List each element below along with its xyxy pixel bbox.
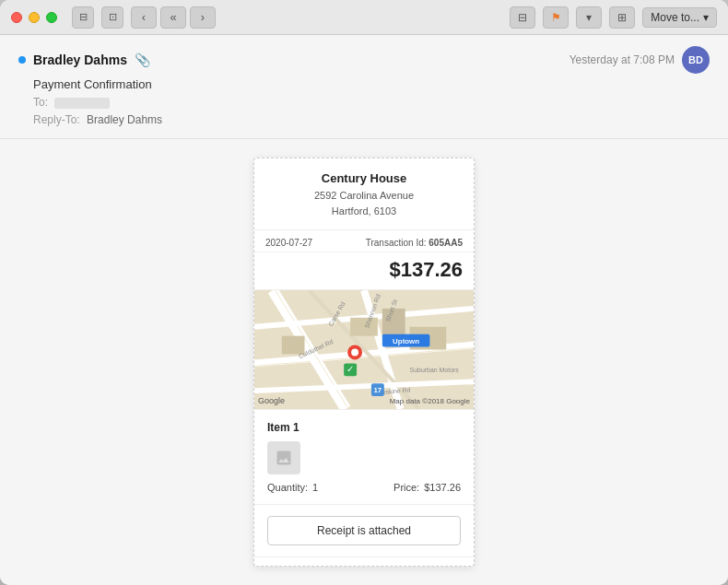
mail-window: ⊟ ⊡ ‹ « › ⊟ ⚑ ▾ ⊞ Move to... ▾ Bradley D… bbox=[0, 0, 728, 585]
business-address-line1: 2592 Carolina Avenue bbox=[269, 188, 459, 204]
receipt-attached-button[interactable]: Receipt is attached bbox=[267, 516, 461, 545]
receipt-map: Uptown ✓ Culduthel Rd Boleskine Rd Subur… bbox=[254, 290, 474, 410]
transaction-label: Transaction Id: bbox=[366, 238, 427, 248]
timestamp: Yesterday at 7:08 PM bbox=[569, 53, 675, 66]
receipt-header: Century House 2592 Carolina Avenue Hartf… bbox=[254, 158, 474, 230]
email-subject: Payment Confirmation bbox=[33, 77, 710, 91]
attachment-icon: 📎 bbox=[135, 53, 150, 67]
titlebar-nav: ‹ « › bbox=[131, 6, 216, 29]
folder-button[interactable]: ⊡ bbox=[101, 6, 123, 29]
receipt-item: Item 1 Quantity: 1 Price: $137.26 bbox=[254, 410, 474, 505]
price-label: Price: bbox=[393, 482, 419, 493]
close-button[interactable] bbox=[11, 12, 22, 23]
quantity-label: Quantity: bbox=[267, 482, 308, 493]
svg-point-16 bbox=[351, 349, 358, 357]
receipt-totals: SubTotal $137.26 Total $137.26 bbox=[254, 557, 474, 567]
titlebar: ⊟ ⊡ ‹ « › ⊟ ⚑ ▾ ⊞ Move to... ▾ bbox=[0, 0, 728, 35]
google-watermark: Google bbox=[258, 396, 285, 405]
transaction-id: 605AA5 bbox=[429, 238, 463, 248]
to-value bbox=[54, 98, 110, 109]
compose-button[interactable]: ⊞ bbox=[609, 6, 635, 29]
quantity-value: 1 bbox=[312, 482, 318, 493]
avatar: BD bbox=[682, 46, 710, 74]
svg-text:17: 17 bbox=[373, 386, 382, 394]
minimize-button[interactable] bbox=[29, 12, 40, 23]
replyto-value: Bradley Dahms bbox=[87, 113, 162, 126]
move-to-button[interactable]: Move to... ▾ bbox=[642, 7, 717, 28]
chevron-down-icon: ▾ bbox=[703, 11, 709, 24]
item-label: Item 1 bbox=[267, 421, 461, 434]
map-svg: Uptown ✓ Culduthel Rd Boleskine Rd Subur… bbox=[254, 290, 474, 409]
to-label: To: bbox=[33, 96, 48, 109]
image-icon bbox=[275, 449, 293, 467]
svg-text:Uptown: Uptown bbox=[393, 337, 419, 345]
svg-text:✓: ✓ bbox=[346, 365, 354, 375]
receipt-attached-section: Receipt is attached bbox=[254, 505, 474, 557]
email-to-row: To: bbox=[33, 94, 710, 111]
price-value: $137.26 bbox=[424, 482, 461, 493]
double-back-button[interactable]: « bbox=[160, 6, 186, 29]
flag-button[interactable]: ⚑ bbox=[543, 6, 569, 29]
map-data-text: Map data ©2018 Google bbox=[390, 397, 470, 405]
forward-button[interactable]: › bbox=[190, 6, 216, 29]
email-header: Bradley Dahms 📎 Yesterday at 7:08 PM BD … bbox=[0, 35, 728, 139]
price-label-value: Price: $137.26 bbox=[393, 482, 461, 493]
sender-row: Bradley Dahms 📎 Yesterday at 7:08 PM BD bbox=[18, 46, 710, 74]
item-image-placeholder bbox=[267, 441, 300, 474]
receipt-amount: $137.26 bbox=[254, 252, 474, 290]
back-button[interactable]: ‹ bbox=[131, 6, 157, 29]
business-name: Century House bbox=[269, 171, 459, 185]
item-details: Quantity: 1 Price: $137.26 bbox=[267, 482, 461, 493]
unread-dot bbox=[18, 56, 26, 64]
print-button[interactable]: ⊟ bbox=[510, 6, 535, 29]
replyto-label: Reply-To: bbox=[33, 113, 80, 126]
sender-name: Bradley Dahms bbox=[33, 53, 127, 67]
titlebar-actions: ⊟ ⊡ bbox=[72, 6, 123, 29]
receipt-date: 2020-07-27 bbox=[265, 238, 312, 248]
flag-dropdown[interactable]: ▾ bbox=[576, 6, 602, 29]
titlebar-right: ⊟ ⚑ ▾ ⊞ Move to... ▾ bbox=[510, 6, 717, 29]
timestamp-wrap: Yesterday at 7:08 PM BD bbox=[569, 46, 710, 74]
business-address-line2: Hartford, 6103 bbox=[269, 204, 459, 219]
receipt-card: Century House 2592 Carolina Avenue Hartf… bbox=[253, 158, 475, 567]
svg-text:Suburban Motors: Suburban Motors bbox=[410, 368, 460, 374]
sender-name-wrap: Bradley Dahms 📎 bbox=[18, 53, 150, 67]
quantity-label-value: Quantity: 1 bbox=[267, 482, 318, 493]
email-body[interactable]: 🔍 FISH Century House 2592 Carolina Avenu… bbox=[0, 139, 728, 585]
transaction-row: 2020-07-27 Transaction Id: 605AA5 bbox=[254, 230, 474, 252]
traffic-lights bbox=[11, 12, 57, 23]
email-replyto-row: Reply-To: Bradley Dahms bbox=[33, 111, 710, 129]
transaction-id-wrap: Transaction Id: 605AA5 bbox=[366, 238, 463, 248]
maximize-button[interactable] bbox=[46, 12, 57, 23]
archive-button[interactable]: ⊟ bbox=[72, 6, 94, 29]
